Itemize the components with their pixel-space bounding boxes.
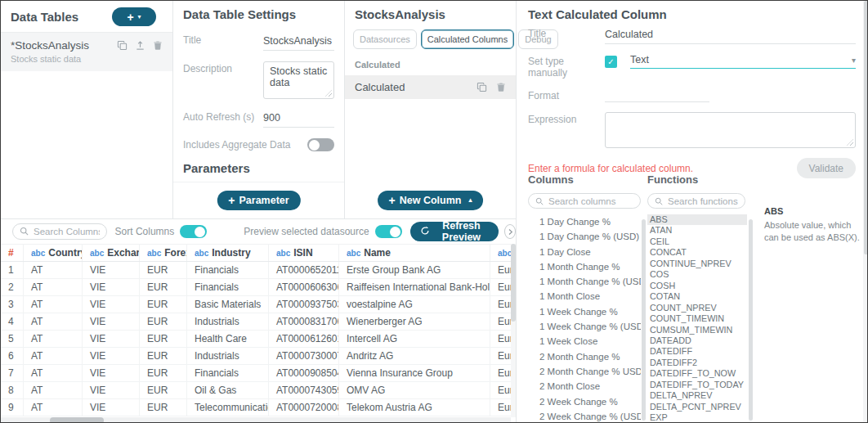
table-cell: EUR xyxy=(140,382,187,398)
trash-icon[interactable] xyxy=(153,40,163,51)
column-list-item[interactable]: 1 Day Close xyxy=(528,245,641,259)
format-field[interactable] xyxy=(605,91,709,102)
type-select[interactable]: Text ▾ xyxy=(630,54,856,69)
table-cell: OMV AG xyxy=(339,382,490,398)
column-list-item[interactable]: 2 Week Change % xyxy=(528,394,641,409)
column-header-label: Forex xyxy=(164,247,187,259)
table-cell: AT xyxy=(24,313,83,330)
column-list-item[interactable]: 2 Month Close xyxy=(528,379,641,394)
expand-preview-button[interactable] xyxy=(504,224,516,239)
data-table-list-item[interactable]: *StocksAnalysis Stocks static data xyxy=(1,33,172,71)
table-row[interactable]: 5ATVIEEURHealth CareAT0000612601Intercel… xyxy=(1,331,511,348)
data-tables-title: Data Tables xyxy=(11,10,78,24)
title-field[interactable] xyxy=(263,35,334,51)
table-row[interactable]: 8ATVIEEUROil & GasAT0000743059OMV AGEuro xyxy=(1,382,511,399)
table-row[interactable]: 2ATVIEEURFinancialsAT0000606306Raiffeise… xyxy=(1,279,511,296)
function-list-item[interactable]: DELTA_PCNT_NPREV xyxy=(647,402,747,412)
table-cell: VIE xyxy=(83,365,140,381)
description-field[interactable]: Stocks static data xyxy=(264,62,333,98)
refresh-preview-button[interactable]: Refresh Preview xyxy=(410,222,499,241)
aggregate-toggle[interactable] xyxy=(307,138,334,151)
table-row[interactable]: 6ATVIEEURIndustrialsAT0000730007Andritz … xyxy=(1,348,511,365)
function-list-item[interactable]: ATAN xyxy=(647,225,747,236)
table-row[interactable]: 3ATVIEEURBasic MaterialsAT0000937503voes… xyxy=(1,296,511,313)
function-list-item[interactable]: CONTINUE_NPREV xyxy=(647,259,747,269)
search-icon xyxy=(20,224,29,239)
table-row[interactable]: 1ATVIEEURFinancialsAT0000652011Erste Gro… xyxy=(1,262,511,279)
trash-icon[interactable] xyxy=(496,82,506,92)
search-columns-helper-input[interactable] xyxy=(548,196,633,206)
columns-list-scrollbar[interactable] xyxy=(642,219,646,421)
table-cell: Euro xyxy=(490,262,511,278)
function-list-item[interactable]: DATEDIFF_TO_NOW xyxy=(647,368,747,379)
table-cell: AT xyxy=(24,382,83,398)
type-abc-icon: abc xyxy=(147,249,161,258)
table-cell: AT0000606306 xyxy=(269,279,339,295)
function-list-item[interactable]: EXP xyxy=(647,412,747,423)
table-horizontal-scrollbar[interactable] xyxy=(1,417,511,423)
preview-datasource-toggle[interactable] xyxy=(375,225,402,238)
calc-title-field[interactable] xyxy=(605,29,856,44)
table-cell: AT xyxy=(24,262,83,278)
scrollbar-thumb[interactable] xyxy=(864,1,868,254)
column-list-item[interactable]: 1 Day Change % xyxy=(528,214,641,229)
column-header[interactable]: abcIndustry xyxy=(187,245,269,261)
column-list-item[interactable]: 1 Month Change % (USD) xyxy=(528,274,641,289)
upload-icon[interactable] xyxy=(135,40,145,51)
functions-list-scrollbar[interactable] xyxy=(749,219,753,421)
function-list-item[interactable]: DATEDIFF xyxy=(647,346,747,357)
column-list-item[interactable]: 1 Week Close xyxy=(528,334,641,349)
column-header[interactable]: abcISIN xyxy=(269,245,339,261)
scrollbar-thumb[interactable] xyxy=(50,417,104,423)
table-row[interactable]: 9ATVIEEURTelecommunicationsAT0000720008T… xyxy=(1,399,511,416)
column-list-item[interactable]: 1 Week Change % xyxy=(528,304,641,319)
function-list-item[interactable]: DATEADD xyxy=(647,335,747,346)
function-list-item[interactable]: CONCAT xyxy=(647,247,747,258)
copy-icon[interactable] xyxy=(117,40,128,51)
search-functions-input[interactable] xyxy=(668,196,738,206)
column-list-item[interactable]: 2 Week Change % (USD) xyxy=(528,409,641,423)
function-list-item[interactable]: CEIL xyxy=(647,236,747,247)
function-list-item[interactable]: COSH xyxy=(647,281,747,291)
column-header[interactable]: abcName xyxy=(339,245,490,261)
table-row[interactable]: 7ATVIEEURFinancialsAT0000908504Vienna In… xyxy=(1,365,511,382)
column-header[interactable]: abcCountry xyxy=(24,245,83,261)
new-column-button[interactable]: + New Column ▴ xyxy=(378,191,484,210)
column-list-item[interactable]: 2 Month Change % USD xyxy=(528,364,641,379)
function-list-item[interactable]: DATEDIFF_TO_TODAY xyxy=(647,380,747,390)
function-list-item[interactable]: ABS xyxy=(647,214,747,225)
table-cell: Euro xyxy=(490,382,511,398)
search-columns-input[interactable] xyxy=(34,227,100,236)
function-list-item[interactable]: DELTA_NPREV xyxy=(647,390,747,401)
function-list-item[interactable]: DATEDIFF2 xyxy=(647,358,747,368)
sort-columns-toggle[interactable] xyxy=(180,225,207,238)
panel-vertical-scrollbar[interactable] xyxy=(863,1,868,423)
column-header[interactable]: abcExchange xyxy=(83,245,140,261)
column-header[interactable]: abc xyxy=(490,245,511,261)
table-cell: VIE xyxy=(83,313,140,330)
copy-icon[interactable] xyxy=(477,82,487,92)
function-list-item[interactable]: CUMSUM_TIMEWIN xyxy=(647,325,747,335)
table-cell: EUR xyxy=(140,313,187,330)
column-list-item[interactable]: 1 Day Change % (USD) xyxy=(528,229,641,244)
add-data-table-button[interactable]: + ▾ xyxy=(112,7,156,26)
set-type-checkbox[interactable]: ✓ xyxy=(605,56,617,68)
add-parameter-button[interactable]: + Parameter xyxy=(217,191,300,210)
column-header-rownum[interactable]: # xyxy=(1,245,24,261)
column-list-item[interactable]: 2 Month Change % xyxy=(528,349,641,364)
tab-calculated-columns[interactable]: Calculated Columns xyxy=(421,29,514,49)
function-list-item[interactable]: COS xyxy=(647,269,747,280)
column-list-item[interactable]: 1 Month Change % xyxy=(528,259,641,274)
expression-field[interactable] xyxy=(606,113,855,147)
function-list-item[interactable]: COUNT_NPREV xyxy=(647,303,747,313)
table-row[interactable]: 4ATVIEEURIndustrialsAT0000831706Wienerbe… xyxy=(1,313,511,331)
column-header[interactable]: abcForex xyxy=(140,245,187,261)
calculated-column-list-item[interactable]: Calculated xyxy=(345,75,516,99)
function-list-item[interactable]: COTAN xyxy=(647,291,747,302)
column-list-item[interactable]: 1 Week Change % (USD) xyxy=(528,319,641,334)
function-list-item[interactable]: COUNT_TIMEWIN xyxy=(647,313,747,324)
column-list-item[interactable]: 1 Month Close xyxy=(528,289,641,304)
tab-datasources[interactable]: Datasources xyxy=(353,29,417,49)
auto-refresh-field[interactable] xyxy=(263,112,334,128)
table-cell: Vienna Insurance Group xyxy=(339,365,490,381)
